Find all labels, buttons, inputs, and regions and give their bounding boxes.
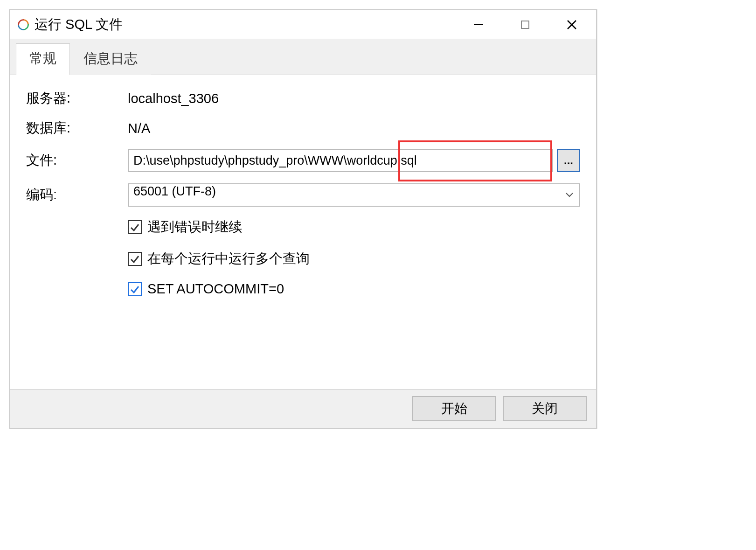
checkbox-label-continue: 遇到错误时继续: [147, 218, 242, 237]
content-panel: 服务器: localhost_3306 数据库: N/A 文件: ... 编码:…: [10, 75, 596, 389]
tab-general[interactable]: 常规: [16, 43, 70, 75]
spacer: [26, 310, 580, 370]
titlebar: 运行 SQL 文件: [10, 10, 596, 39]
start-button[interactable]: 开始: [412, 396, 496, 421]
file-input[interactable]: [128, 149, 553, 172]
database-label: 数据库:: [26, 119, 128, 138]
close-dialog-button[interactable]: 关闭: [503, 396, 587, 421]
checkbox-continue-on-error[interactable]: 遇到错误时继续: [128, 218, 580, 237]
checkbox-multi-query[interactable]: 在每个运行中运行多个查询: [128, 250, 580, 268]
browse-button[interactable]: ...: [557, 149, 580, 172]
row-encoding: 编码: 65001 (UTF-8): [26, 183, 580, 207]
window-title: 运行 SQL 文件: [35, 15, 465, 34]
server-value: localhost_3306: [128, 91, 580, 106]
close-button[interactable]: [559, 14, 585, 35]
encoding-select[interactable]: 65001 (UTF-8): [128, 183, 580, 207]
footer: 开始 关闭: [10, 389, 596, 428]
checkbox-icon: [128, 220, 142, 234]
file-label: 文件:: [26, 151, 128, 170]
server-label: 服务器:: [26, 89, 128, 108]
checkbox-icon: [128, 282, 142, 296]
minimize-button[interactable]: [465, 14, 492, 35]
app-icon: [17, 18, 30, 31]
encoding-label: 编码:: [26, 186, 128, 204]
tab-log[interactable]: 信息日志: [70, 43, 151, 75]
row-database: 数据库: N/A: [26, 119, 580, 138]
checkbox-autocommit[interactable]: SET AUTOCOMMIT=0: [128, 281, 580, 297]
row-server: 服务器: localhost_3306: [26, 89, 580, 108]
maximize-button[interactable]: [512, 14, 538, 35]
checkbox-label-multiquery: 在每个运行中运行多个查询: [147, 250, 310, 268]
checkbox-icon: [128, 252, 142, 266]
database-value: N/A: [128, 121, 580, 136]
tab-bar: 常规 信息日志: [10, 39, 596, 75]
row-file: 文件: ...: [26, 149, 580, 172]
checkbox-label-autocommit: SET AUTOCOMMIT=0: [147, 281, 284, 297]
dialog-window: 运行 SQL 文件 常规 信息日志 服务器: localhost_3306: [9, 9, 597, 429]
svg-rect-1: [521, 21, 529, 28]
